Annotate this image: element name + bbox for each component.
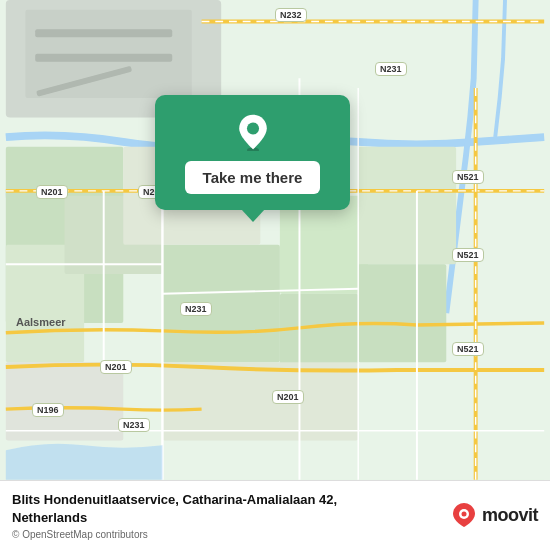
- address-block: Blits Hondenuitlaatservice, Catharina-Am…: [12, 491, 440, 540]
- road-badge-n196: N196: [32, 403, 64, 417]
- popup-card: Take me there: [155, 95, 350, 210]
- road-badge-n201d: N201: [272, 390, 304, 404]
- map-svg: [0, 0, 550, 480]
- svg-rect-10: [280, 196, 368, 294]
- country-name: Netherlands: [12, 510, 87, 525]
- svg-point-18: [246, 123, 258, 135]
- moovit-text: moovit: [482, 505, 538, 526]
- road-badge-n521b: N521: [452, 248, 484, 262]
- svg-rect-15: [162, 362, 358, 440]
- bottom-bar: Blits Hondenuitlaatservice, Catharina-Am…: [0, 480, 550, 550]
- road-badge-n232: N232: [275, 8, 307, 22]
- road-badge-n231a: N231: [375, 62, 407, 76]
- svg-rect-12: [358, 147, 456, 264]
- road-badge-n201c: N201: [100, 360, 132, 374]
- svg-rect-13: [358, 264, 446, 362]
- road-badge-n201a: N201: [36, 185, 68, 199]
- take-me-there-button[interactable]: Take me there: [185, 161, 321, 194]
- moovit-logo: moovit: [450, 501, 538, 529]
- app-container: N232 N231 N201 N201 N231 N521 N521 N521 …: [0, 0, 550, 550]
- map-area[interactable]: N232 N231 N201 N201 N231 N521 N521 N521 …: [0, 0, 550, 480]
- location-pin-icon: [234, 113, 272, 151]
- moovit-pin-icon: [450, 501, 478, 529]
- osm-attribution: © OpenStreetMap contributors: [12, 529, 440, 540]
- road-badge-n231c: N231: [180, 302, 212, 316]
- business-name: Blits Hondenuitlaatservice, Catharina-Am…: [12, 491, 440, 527]
- road-badge-n521c: N521: [452, 342, 484, 356]
- svg-rect-3: [35, 29, 172, 37]
- city-label-aalsmeer: Aalsmeer: [16, 316, 66, 328]
- road-badge-n521a: N521: [452, 170, 484, 184]
- svg-rect-11: [280, 294, 358, 372]
- road-badge-n231d: N231: [118, 418, 150, 432]
- svg-point-20: [461, 512, 466, 517]
- business-address: Blits Hondenuitlaatservice, Catharina-Am…: [12, 492, 337, 507]
- svg-rect-4: [35, 54, 172, 62]
